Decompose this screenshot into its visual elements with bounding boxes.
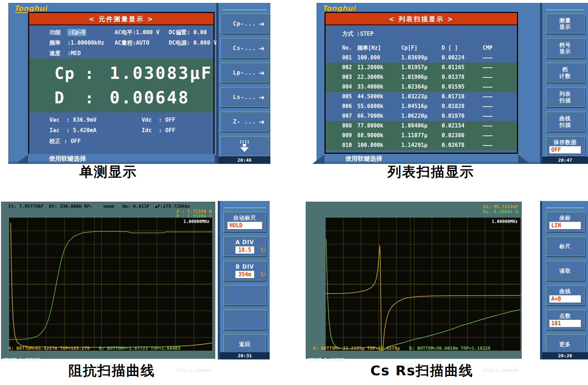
table-row-cell: 77.8000k	[357, 122, 383, 129]
table-row: 00766.7000k1.06220μ0.01970———	[326, 111, 517, 121]
screen-title: < 元件测量显示 >	[29, 13, 213, 25]
softkey-save-data[interactable]: 保存数据OFF	[546, 136, 585, 156]
softkey-column-list: 测量显示档号显示档计数列表扫描曲线扫描保存数据OFF 20:47	[540, 3, 588, 164]
softkey-coordinate[interactable]: 坐标LIN	[546, 212, 585, 232]
page-down-icon	[240, 140, 249, 152]
softkey-label: B DIV	[235, 264, 254, 270]
clock: 20:46	[218, 157, 270, 164]
param-speed: 速度 :MED	[49, 50, 81, 57]
table-row-cell: ———	[483, 132, 492, 139]
rotary-knob-icon: ↻	[260, 270, 265, 278]
softkey-return[interactable]: 返回	[224, 334, 266, 354]
softkey-function-cp[interactable]: Cp-...➔	[220, 14, 269, 33]
softkey-separator	[546, 207, 584, 208]
softkey-bin-count[interactable]: 档计数	[546, 63, 585, 82]
marker-readouts: Ct: 7.95775kF Dt: 330.000m KP: nanm Qm:-…	[8, 203, 190, 209]
lcd-screen-list: < 列表扫描显示 > 方式 :STEP No.频率[Hz]Cp[F]D [ ]C…	[324, 12, 518, 154]
softkey-auto-scale[interactable]: 自动标尺HOLD	[224, 212, 266, 232]
table-row: 00211.2000k1.01957μ0.01165———	[326, 63, 517, 72]
softkey-label: 测量	[560, 17, 571, 24]
table-row-cell: 0.01595	[442, 84, 464, 90]
table-row-cell: 66.7000k	[357, 113, 383, 119]
next-arrow-icon: ➔	[259, 118, 265, 126]
trace-scale-readouts: A: BOTTOM=-32.2195μ TOP=42.6579μB: BOTTO…	[313, 345, 520, 351]
table-row-cell: 100.000k	[357, 142, 383, 148]
softkey-list-sweep[interactable]: 列表扫描	[546, 87, 585, 107]
table-row-cell: 44.5000k	[357, 93, 383, 100]
table-row-cell: 0.02678	[442, 142, 464, 148]
softkey-label: 档	[562, 66, 568, 73]
table-row-cell: 006	[342, 103, 352, 109]
table-row-cell: 0.01828	[442, 103, 464, 109]
table-header-cell: Cp[F]	[401, 45, 417, 51]
softkey-value: LIN	[549, 222, 581, 229]
softkey-measure-display[interactable]: 测量显示	[546, 14, 585, 33]
softkey-scale[interactable]: 标尺	[546, 236, 585, 256]
table-row-cell: ———	[483, 142, 492, 148]
softkey-more-functions[interactable]	[220, 136, 269, 156]
softkey-function-cs[interactable]: Cs-...➔	[220, 38, 269, 58]
caption-impedance-sweep: 阻抗扫描曲线	[36, 362, 187, 380]
softkey-blank-2[interactable]	[224, 310, 266, 330]
softkey-label: 标尺	[560, 243, 571, 250]
softkey-curve-sweep[interactable]: 曲线扫描	[546, 112, 585, 131]
softkey-function-ls[interactable]: Ls-...➔	[220, 87, 269, 107]
sweep-table-zone: 方式 :STEP No.频率[Hz]Cp[F]D [ ]CMP001100.00…	[326, 26, 517, 153]
softkey-trace[interactable]: 曲线A+B	[546, 285, 585, 305]
table-row-cell: 0.02386	[442, 132, 464, 139]
table-row-cell: 1.06220μ	[401, 113, 427, 119]
table-header: No.频率[Hz]Cp[F]D [ ]CMP	[326, 43, 517, 53]
softkey-more[interactable]: 更多	[546, 334, 585, 354]
measurement-zone: Cp:1.03083μF D:0.00648	[29, 58, 213, 112]
table-row-cell: 0.01378	[442, 74, 464, 80]
cursor-freq-label: 1.00000MHz	[492, 219, 518, 224]
monitor-correction: 校正 : OFF	[49, 138, 81, 145]
table-row-cell: 1.14291μ	[401, 142, 427, 148]
softkey-value: OFF	[549, 146, 581, 153]
table-row-cell: 55.6000k	[357, 103, 383, 109]
softkey-label: 档号	[560, 42, 571, 48]
softkey-label: 读取	[560, 268, 571, 274]
softkey-bin-display[interactable]: 档号显示	[546, 38, 585, 58]
table-row-cell: 010	[342, 142, 352, 148]
softkey-a-div[interactable]: A DIV18.5↻	[224, 236, 266, 256]
panel-list-sweep: Tonghui < 列表扫描显示 > 方式 :STEP No.频率[Hz]Cp[…	[317, 3, 588, 164]
graph-screen-csrs: Cs:-95.7313nF Rs: 0.38601 Ω 1.00000MHz A…	[306, 202, 522, 359]
table-row-cell: 0.01165	[442, 64, 464, 71]
softkey-b-div[interactable]: B DIV354m↻	[224, 261, 266, 281]
param-dc-bias: DC偏置: 0.00 mV	[169, 29, 224, 36]
caption-measure-display: 单测显示	[32, 163, 184, 181]
softkey-separator	[224, 207, 266, 208]
table-header-cell: CMP	[483, 45, 492, 51]
softkey-blank-1[interactable]	[224, 285, 266, 305]
table-row: 00433.4000k1.02364μ0.01595———	[326, 82, 517, 92]
table-row-cell: 1.04516μ	[401, 103, 427, 109]
table-row-cell: 100.000	[357, 54, 380, 61]
clock: 20:31	[220, 352, 270, 359]
softkey-points[interactable]: 点数101	[546, 310, 585, 330]
table-row: 001100.0001.03699μ0.00224———	[326, 53, 517, 63]
panel-impedance-sweep: Ct: 7.95775kF Dt: 330.000m KP: nanm Qm:-…	[0, 201, 270, 359]
softkey-separator	[546, 9, 584, 10]
table-row: 00988.9000k1.11077μ0.02386———	[326, 131, 517, 140]
function-value: :Cp-D	[67, 29, 87, 36]
brand-logo: Tonghui	[322, 4, 355, 13]
softkey-column-measure: Cp-...➔Cs-...➔Lp-...➔Ls-...➔Z- ...➔ 20:4…	[216, 3, 270, 164]
table-row-cell: 22.3000k	[357, 74, 383, 80]
table-row-cell: 1.01906μ	[401, 74, 427, 80]
setup-param-zone: 功能 :Cp-D AC电平:1.000 V DC偏置: 0.00 mV 频率 :…	[29, 25, 213, 58]
cs-readout: Cs:-95.7313nF	[483, 204, 518, 209]
softkey-label: 坐标	[560, 215, 571, 221]
monitor-zone: Vac : 836.9mV Vdc : OFF Iac : 5.420mA Id…	[29, 112, 213, 154]
trace-scale-readouts: A: BOTTOM=65.5287m TOP=185.270B: BOTTOM=…	[8, 345, 213, 351]
softkey-label: 列表	[560, 91, 571, 97]
softkey-function-lp[interactable]: Lp-...➔	[220, 63, 269, 82]
curve-b-rs	[326, 239, 521, 351]
softkey-read[interactable]: 读取	[546, 261, 585, 281]
table-row-cell: ———	[483, 103, 492, 109]
softkey-function-z[interactable]: Z- ...➔	[220, 112, 269, 131]
status-bar: 使用软键选择	[28, 155, 215, 163]
table-row-cell: 33.4000k	[357, 84, 383, 90]
softkey-label: Lp-...	[233, 69, 256, 76]
rotary-knob-icon: ↻	[260, 246, 265, 254]
